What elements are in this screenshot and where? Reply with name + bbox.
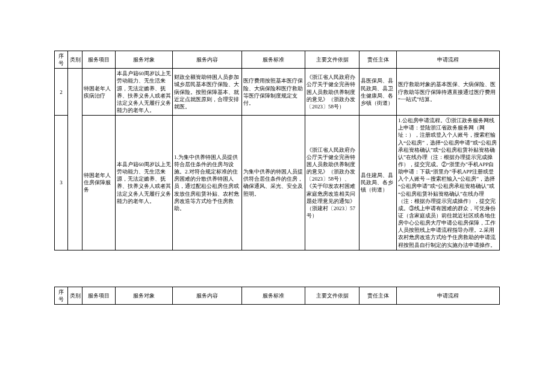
- cell-cont: 财政全额资助特困人员参加城乡居民基本医疗保险、大病保险。按照保障基本、就近定点就…: [173, 69, 242, 116]
- col-doc: 主要文件依据: [305, 51, 359, 69]
- cell-doc: 《浙江省人民政府办公厅关于健全完善特困人员救助供养制度的意见》（浙政办发〔202…: [305, 69, 359, 116]
- cell-std: 为集中供养的特困人员提供符合居住条件的住房，确保通风、采光、安全及照明。: [242, 116, 305, 250]
- col-proj: 服务项目: [82, 51, 116, 69]
- col-doc: 主要文件依据: [305, 287, 359, 304]
- cell-num: 3: [55, 116, 68, 250]
- col-num: 序号: [55, 51, 68, 69]
- cell-proj: 特困老年人疾病治疗: [82, 69, 116, 116]
- cell-doc: 《浙江省人民政府办公厅关于健全完善特困人员救助供养制度的意见》（浙政办发〔202…: [305, 116, 359, 250]
- col-resp: 责任主体: [359, 51, 397, 69]
- cell-resp: 县医保局、县民政局、县卫生健康局、各乡镇（街道）: [359, 69, 397, 116]
- cell-flow: 医疗救助对象的基本医保、大病保险、医疗救助等医疗保障待遇直接通过医疗费用“一站式…: [397, 69, 500, 116]
- cell-cont: 1.为集中供养特困人员提供符合居住条件的住房与设施。2.对符合规定标准的住房困难…: [173, 116, 242, 250]
- col-resp: 责任主体: [359, 287, 397, 304]
- cell-resp: 县住建局、县民政局、各乡镇（街道）: [359, 116, 397, 250]
- col-cat: 类别: [68, 51, 82, 69]
- service-table-main: 序号 类别 服务项目 服务对象 服务内容 服务标准 主要文件依据 责任主体 申请…: [54, 51, 500, 250]
- table-row: 3 特困老年人住房保障服务 本县户籍60周岁以上无劳动能力、无生活来源，无法定赡…: [55, 116, 500, 250]
- col-cat: 类别: [68, 287, 82, 304]
- col-num: 序号: [55, 287, 68, 304]
- cell-proj: 特困老年人住房保障服务: [82, 116, 116, 250]
- cell-obj: 本县户籍60周岁以上无劳动能力、无生活来源，无法定赡养、抚养、扶养义务人或者其法…: [116, 116, 173, 250]
- page-gap: [54, 250, 500, 287]
- cell-cat: [68, 69, 82, 250]
- col-obj: 服务对象: [116, 51, 173, 69]
- col-std: 服务标准: [242, 287, 305, 304]
- cell-obj: 本县户籍60周岁以上无劳动能力、无生活来源，无法定赡养、抚养、扶养义务人或者其法…: [116, 69, 173, 116]
- col-obj: 服务对象: [116, 287, 173, 304]
- col-cont: 服务内容: [173, 287, 242, 304]
- table-header-row: 序号 类别 服务项目 服务对象 服务内容 服务标准 主要文件依据 责任主体 申请…: [55, 287, 500, 304]
- cell-std: 医疗费用按照基本医疗保险、大病保险和医疗救助等医疗保障制度规定支付。: [242, 69, 305, 116]
- table-row: 2 特困老年人疾病治疗 本县户籍60周岁以上无劳动能力、无生活来源，无法定赡养、…: [55, 69, 500, 116]
- col-std: 服务标准: [242, 51, 305, 69]
- col-flow: 申请流程: [397, 51, 500, 69]
- table-header-row: 序号 类别 服务项目 服务对象 服务内容 服务标准 主要文件依据 责任主体 申请…: [55, 51, 500, 69]
- col-cont: 服务内容: [173, 51, 242, 69]
- cell-flow: 1.公租房申请流程。①浙江政务服务网线上申请：登陆浙江省政务服务网（网址：），注…: [397, 116, 500, 250]
- cell-num: 2: [55, 69, 68, 116]
- service-table-next-header: 序号 类别 服务项目 服务对象 服务内容 服务标准 主要文件依据 责任主体 申请…: [54, 287, 500, 305]
- col-flow: 申请流程: [397, 287, 500, 304]
- col-proj: 服务项目: [82, 287, 116, 304]
